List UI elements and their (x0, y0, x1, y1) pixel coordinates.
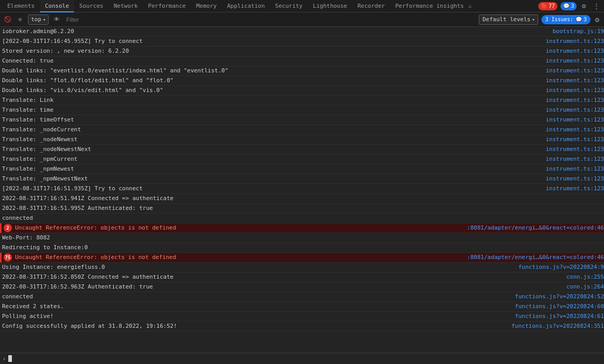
log-line: iobroker.admin@6.2.20bootstrap.js:19 (0, 27, 604, 37)
error-repeat-count: 2 (4, 224, 12, 232)
log-line: connected (0, 214, 604, 223)
log-text: Translate: _nodeCurrent (2, 126, 541, 134)
log-source[interactable]: functions.js?v=20220824:60 (511, 302, 604, 311)
log-text: Translate: _nodeNewestNext (2, 145, 541, 154)
log-line: Translate: _nodeNewestinstrument.ts:123 (0, 135, 604, 145)
console-toolbar: 🚫 ⊘ top ▾ 👁 Default levels ▾ 3 Issues: 💬… (0, 12, 604, 27)
log-text: connected (2, 214, 604, 222)
log-text: Double links: "flot.0/flot/edit.html" an… (2, 77, 541, 85)
tab-console[interactable]: Console (40, 0, 74, 12)
log-text: Uncaught ReferenceError: objects is not … (15, 224, 463, 232)
log-source[interactable]: instrument.ts:123 (541, 165, 604, 173)
tab-security[interactable]: Security (270, 0, 308, 12)
log-source[interactable]: instrument.ts:123 (541, 47, 604, 55)
settings-icon[interactable]: ⚙ (580, 1, 588, 11)
log-line: 2Uncaught ReferenceError: objects is not… (0, 223, 604, 233)
toolbar-right: Default levels ▾ 3 Issues: 💬 3 ⚙ (479, 14, 601, 25)
log-source[interactable]: instrument.ts:123 (541, 175, 604, 183)
stop-icon[interactable]: ⊘ (16, 15, 25, 24)
cursor (8, 355, 12, 362)
log-source[interactable]: conn.js:264 (562, 283, 604, 291)
log-text: Redirecting to Instance:0 (2, 244, 604, 252)
console-input-line[interactable]: › (0, 353, 604, 364)
log-text: Uncaught ReferenceError: objects is not … (15, 253, 463, 262)
issues-button[interactable]: 3 Issues: 💬 3 (541, 15, 590, 24)
dropdown-arrow-icon: ▾ (43, 17, 46, 22)
log-text: Double links: "eventlist.0/eventlist/ind… (2, 67, 541, 75)
issues-chat-icon: 💬 (576, 17, 582, 22)
log-source[interactable]: instrument.ts:123 (541, 126, 604, 134)
log-source[interactable]: instrument.ts:123 (541, 116, 604, 124)
tab-list: Elements Console Sources Network Perform… (2, 0, 477, 12)
log-text: 2022-08-31T17:16:51.941Z Connected => au… (2, 194, 604, 203)
log-source[interactable]: instrument.ts:123 (541, 77, 604, 85)
log-text: Translate: time (2, 106, 541, 114)
log-line: Stored version: , new version: 6.2.20ins… (0, 47, 604, 56)
log-line: Redirecting to Instance:0 (0, 243, 604, 253)
log-source[interactable]: :8081/adapter/energi…&0&react=colored:46 (463, 253, 604, 262)
log-line: Double links: "flot.0/flot/edit.html" an… (0, 76, 604, 86)
log-line: Web-Port: 8082 (0, 233, 604, 243)
log-source[interactable]: instrument.ts:123 (541, 145, 604, 154)
log-text: [2022-08-31T17:16:51.935Z] Try to connec… (2, 185, 541, 193)
tab-performance-insights[interactable]: Performance insights ⚠ (390, 0, 477, 12)
live-expressions-button[interactable]: 👁 (52, 15, 61, 24)
log-text: Stored version: , new version: 6.2.20 (2, 47, 541, 55)
log-text: 2022-08-31T17:16:51.995Z Authenticated: … (2, 204, 604, 213)
log-source[interactable]: instrument.ts:123 (541, 96, 604, 104)
message-count-badge: 💬 3 (561, 2, 577, 10)
log-line: Translate: _npmNewestNextinstrument.ts:1… (0, 174, 604, 184)
log-source[interactable]: instrument.ts:123 (541, 185, 604, 193)
log-source[interactable]: instrument.ts:123 (541, 37, 604, 46)
tab-recorder[interactable]: Recorder (352, 0, 390, 12)
log-line: Translate: timeOffsetinstrument.ts:123 (0, 115, 604, 125)
log-line: [2022-08-31T17:16:45.955Z] Try to connec… (0, 37, 604, 47)
log-line: connectedfunctions.js?v=20220824:52 (0, 292, 604, 302)
log-text: Received 2 states. (2, 302, 511, 311)
log-levels-dropdown[interactable]: Default levels ▾ (479, 14, 538, 25)
log-source[interactable]: instrument.ts:123 (541, 106, 604, 114)
tab-performance[interactable]: Performance (143, 0, 191, 12)
tab-application[interactable]: Application (222, 0, 270, 12)
log-source[interactable]: instrument.ts:123 (541, 57, 604, 65)
console-output: iobroker.admin@6.2.20bootstrap.js:19[202… (0, 27, 604, 353)
error-repeat-count: 75 (4, 253, 12, 262)
log-source[interactable]: conn.js:255 (562, 273, 604, 281)
log-source[interactable]: instrument.ts:123 (541, 135, 604, 144)
tab-sources[interactable]: Sources (74, 0, 108, 12)
log-line: Translate: timeinstrument.ts:123 (0, 105, 604, 115)
log-text: Translate: _npmNewest (2, 165, 541, 173)
log-line: Double links: "eventlist.0/eventlist/ind… (0, 66, 604, 76)
filter-input[interactable] (64, 16, 476, 24)
log-source[interactable]: functions.js?v=20220824:9 (514, 263, 604, 271)
error-count-badge: 🔴 77 (538, 2, 557, 10)
log-line: 75Uncaught ReferenceError: objects is no… (0, 253, 604, 263)
log-text: [2022-08-31T17:16:45.955Z] Try to connec… (2, 37, 541, 46)
log-source[interactable]: functions.js?v=20220824:52 (511, 293, 604, 301)
clear-console-button[interactable]: 🚫 (3, 15, 12, 24)
more-options-icon[interactable]: ⋮ (591, 1, 602, 11)
tab-memory[interactable]: Memory (191, 0, 222, 12)
log-source[interactable]: functions.js?v=20220824:351 (507, 322, 604, 330)
log-text: iobroker.admin@6.2.20 (2, 27, 549, 36)
log-source[interactable]: :8081/adapter/energi…&0&react=colored:46 (463, 224, 604, 232)
log-source[interactable]: instrument.ts:123 (541, 155, 604, 163)
log-text: Double links: "vis.0/vis/edit.html" and … (2, 86, 541, 95)
log-text: Connected: true (2, 57, 541, 65)
log-text: Translate: _npmCurrent (2, 155, 541, 163)
log-line: 2022-08-31T17:16:51.941Z Connected => au… (0, 194, 604, 204)
log-source[interactable]: bootstrap.js:19 (549, 27, 604, 36)
console-settings-icon[interactable]: ⚙ (594, 15, 601, 24)
tab-network[interactable]: Network (109, 0, 143, 12)
tab-lighthouse[interactable]: Lighthouse (308, 0, 352, 12)
tab-bar: Elements Console Sources Network Perform… (0, 0, 604, 12)
log-source[interactable]: functions.js?v=20220824:61 (511, 312, 604, 321)
tab-elements[interactable]: Elements (2, 0, 40, 12)
prompt-icon: › (2, 355, 6, 362)
log-text: Translate: timeOffset (2, 116, 541, 124)
log-line: Config successfully applied at 31.8.2022… (0, 322, 604, 331)
log-source[interactable]: instrument.ts:123 (541, 67, 604, 75)
log-line: Using Instance: energiefluss.0functions.… (0, 263, 604, 272)
log-source[interactable]: instrument.ts:123 (541, 86, 604, 95)
context-dropdown[interactable]: top ▾ (28, 14, 49, 25)
